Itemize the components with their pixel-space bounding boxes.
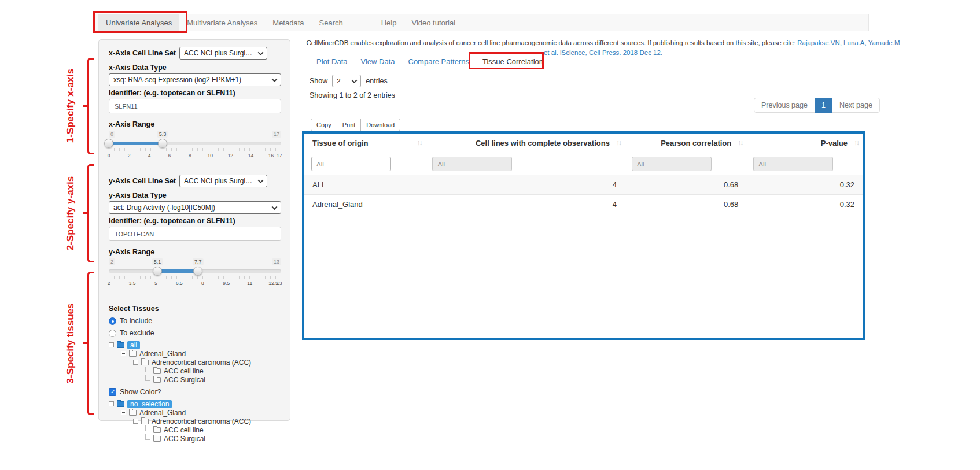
- slider-handle-to[interactable]: [158, 139, 167, 148]
- collapse-icon[interactable]: [109, 342, 114, 347]
- tree-node-acc-cell-line[interactable]: ACC cell line: [109, 425, 280, 434]
- nav-metadata[interactable]: Metadata: [265, 14, 311, 31]
- sort-icon[interactable]: ↑↓: [738, 139, 742, 147]
- tab-compare-patterns[interactable]: Compare Patterns: [408, 57, 470, 66]
- x-cell-line-set-select[interactable]: ACC NCI plus Surgical: [179, 47, 267, 60]
- cell-tissue: Adrenal_Gland: [304, 195, 425, 214]
- column-header-pearson-correlation[interactable]: Pearson correlation ↑↓: [625, 134, 746, 153]
- radio-to-exclude-label: To exclude: [120, 329, 154, 337]
- tree-node-acc-surgical[interactable]: ACC Surgical: [109, 434, 280, 443]
- tab-plot-data[interactable]: Plot Data: [316, 57, 347, 66]
- tree-elbow-icon: [145, 375, 150, 381]
- folder-icon: [117, 401, 124, 407]
- collapse-icon[interactable]: [121, 410, 126, 415]
- sort-icon[interactable]: ↑↓: [417, 139, 421, 147]
- chevron-down-icon: [258, 50, 264, 55]
- tree-node-acc-cell-line[interactable]: ACC cell line: [109, 367, 280, 375]
- slider-selected-bar: [157, 269, 198, 273]
- collapse-icon[interactable]: [109, 401, 114, 406]
- slider-tick: 4: [148, 153, 151, 158]
- download-button[interactable]: Download: [360, 119, 400, 131]
- sort-icon[interactable]: ↑↓: [616, 139, 621, 147]
- slider-max-label: 17: [272, 131, 281, 138]
- slider-tick: 8: [189, 153, 191, 158]
- column-header-cell-lines[interactable]: Cell lines with complete observations ↑↓: [425, 134, 625, 153]
- top-navbar: Univariate Analyses Multivariate Analyse…: [95, 14, 869, 31]
- slider-tick: 9.5: [223, 280, 230, 286]
- copy-button[interactable]: Copy: [311, 119, 337, 131]
- collapse-icon[interactable]: [133, 360, 138, 365]
- x-cell-line-set-label: x-Axis Cell Line Set: [109, 49, 176, 57]
- tree-node-adrenal-gland[interactable]: Adrenal_Gland: [109, 408, 280, 417]
- nav-search[interactable]: Search: [312, 14, 351, 31]
- filter-pearson-input[interactable]: [632, 157, 712, 171]
- nav-multivariate-analyses[interactable]: Multivariate Analyses: [179, 14, 265, 31]
- show-color-label: Show Color?: [120, 388, 161, 396]
- table-header-row: Tissue of origin ↑↓ Cell lines with comp…: [304, 134, 863, 153]
- nav-help[interactable]: Help: [374, 14, 404, 31]
- slider-tick: 10: [207, 153, 212, 158]
- chevron-down-icon: [272, 76, 278, 82]
- tree-node-label: ACC Surgical: [164, 376, 205, 384]
- slider-tick: 12: [228, 153, 233, 158]
- table-row[interactable]: Adrenal_Gland 4 0.68 0.32: [304, 195, 863, 214]
- slider-tick: 2: [128, 153, 131, 158]
- slider-grid: 0 2 4 6 8 10 12 14 16 17: [109, 148, 281, 160]
- slider-handle-from[interactable]: [104, 139, 113, 148]
- y-identifier-input[interactable]: [109, 227, 281, 241]
- tree-node-all[interactable]: all: [109, 341, 280, 349]
- y-axis-range-slider[interactable]: 2 5.1 7.7 13 2 3.5 5 6.5 8 9.5 11 12.5 1…: [109, 258, 281, 291]
- table-row[interactable]: ALL 4 0.68 0.32: [304, 175, 863, 195]
- slider-tick: 6.5: [176, 280, 183, 286]
- page-1-button[interactable]: 1: [815, 98, 832, 113]
- annotation-bracket-x-axis: [87, 58, 94, 154]
- column-header-tissue-of-origin[interactable]: Tissue of origin ↑↓: [304, 134, 425, 153]
- select-tissues-heading: Select Tissues: [109, 305, 280, 313]
- sort-icon[interactable]: ↑↓: [854, 139, 859, 147]
- filter-tissue-input[interactable]: [311, 157, 391, 171]
- filter-cell-lines-input[interactable]: [432, 157, 512, 171]
- cell-pearson: 0.68: [625, 195, 746, 214]
- slider-handle-from[interactable]: [153, 267, 162, 276]
- entries-count-select[interactable]: 2: [332, 75, 361, 87]
- x-identifier-input[interactable]: [109, 99, 281, 113]
- annotation-box-univariate: [93, 11, 187, 33]
- x-data-type-label: x-Axis Data Type: [109, 64, 280, 72]
- citation-journal-link[interactable]: et al. iScience, Cell Press. 2018 Dec 12…: [301, 48, 905, 58]
- collapse-icon[interactable]: [133, 419, 138, 424]
- radio-to-include-label: To include: [120, 317, 152, 325]
- filter-p-value-input[interactable]: [753, 157, 833, 171]
- cell-pearson: 0.68: [625, 175, 746, 194]
- checkbox-checked-icon: [109, 388, 116, 396]
- radio-to-exclude[interactable]: To exclude: [109, 329, 280, 337]
- tab-view-data[interactable]: View Data: [360, 57, 395, 66]
- x-data-type-value: xsq: RNA-seq Expression (log2 FPKM+1): [113, 76, 241, 84]
- slider-tick: 14: [248, 153, 253, 158]
- x-axis-range-slider[interactable]: 0 5.3 17 0 2 4 6 8 10 12 14 16 17: [109, 131, 281, 163]
- nav-video-tutorial[interactable]: Video tutorial: [404, 14, 463, 31]
- column-header-p-value[interactable]: P-value ↑↓: [746, 134, 863, 153]
- annotation-label-x-axis: 1-Specify x-axis: [65, 69, 76, 143]
- tree-node-acc-carcinoma[interactable]: Adrenocortical carcinoma (ACC): [109, 358, 280, 367]
- tree-node-label: Adrenocortical carcinoma (ACC): [152, 358, 251, 367]
- show-color-checkbox-row[interactable]: Show Color?: [109, 388, 280, 396]
- collapse-icon[interactable]: [121, 351, 126, 356]
- previous-page-button[interactable]: Previous page: [754, 98, 815, 113]
- radio-to-include[interactable]: To include: [109, 317, 280, 325]
- citation-authors-link[interactable]: Rajapakse.VN, Luna.A, Yamade.M: [797, 39, 900, 46]
- slider-handle-to[interactable]: [193, 267, 202, 276]
- y-data-type-select[interactable]: act: Drug Activity (-log10[IC50M]): [109, 201, 281, 214]
- tree-node-adrenal-gland[interactable]: Adrenal_Gland: [109, 349, 280, 358]
- y-cell-line-set-select[interactable]: ACC NCI plus Surgical: [179, 175, 267, 187]
- annotation-bracket-tissues: [87, 272, 94, 415]
- slider-max-label: 13: [272, 258, 281, 265]
- pagination: Previous page 1 Next page: [754, 98, 880, 113]
- x-data-type-select[interactable]: xsq: RNA-seq Expression (log2 FPKM+1): [109, 73, 281, 86]
- print-button[interactable]: Print: [337, 119, 362, 131]
- slider-tick: 6: [168, 153, 171, 158]
- tree-node-acc-surgical[interactable]: ACC Surgical: [109, 375, 280, 384]
- tree-node-no-selection[interactable]: no_selection: [109, 399, 280, 408]
- slider-grid: 2 3.5 5 6.5 8 9.5 11 12.5 13: [109, 276, 281, 287]
- next-page-button[interactable]: Next page: [832, 98, 880, 113]
- tree-node-acc-carcinoma[interactable]: Adrenocortical carcinoma (ACC): [109, 417, 280, 425]
